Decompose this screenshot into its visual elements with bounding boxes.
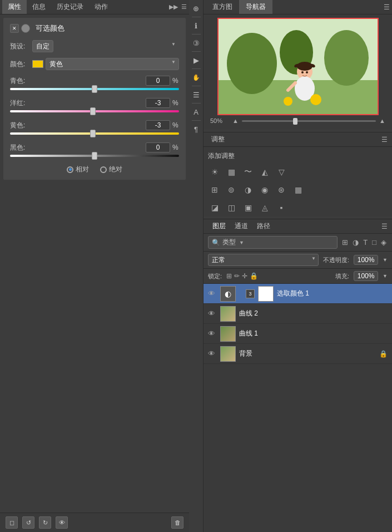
layer-smart-filter[interactable]: ◈	[380, 237, 388, 248]
adj-invert-icon[interactable]: ◬	[258, 201, 271, 214]
undo-btn[interactable]: ↺	[22, 516, 34, 529]
preset-select[interactable]: 自定	[32, 40, 53, 52]
magenta-track[interactable]	[10, 110, 179, 112]
blend-mode-select[interactable]: 正常	[208, 254, 319, 266]
sep7	[192, 120, 201, 121]
adj-menu-icon[interactable]: ☰	[381, 136, 388, 144]
eye-icon-3[interactable]: 👁	[208, 329, 217, 338]
tab-info[interactable]: 信息	[27, 0, 51, 14]
mask-btn[interactable]: ◻	[6, 516, 18, 529]
tool-info[interactable]: ℹ	[190, 19, 202, 32]
tool-play[interactable]: ▶	[190, 54, 202, 66]
adj-gradient-icon[interactable]: ▦	[291, 183, 305, 196]
search-arrow[interactable]: ▼	[239, 240, 244, 245]
black-track[interactable]	[10, 155, 179, 157]
adj-channelmix-icon[interactable]: ⊛	[275, 183, 288, 196]
color-select[interactable]: 黄色	[46, 58, 179, 70]
adj-curves-icon[interactable]: 〜	[241, 165, 255, 179]
zoom-out-icon[interactable]: ▲	[232, 117, 239, 124]
tool-list[interactable]: ☰	[190, 88, 202, 101]
layer-row-1[interactable]: 👁 ◐ 3 选取颜色 1	[204, 284, 392, 304]
lock-icons: ⊞ ✏ ✛ 🔒	[226, 272, 258, 280]
tab-channels[interactable]: 通道	[230, 219, 252, 233]
opacity-input[interactable]	[354, 255, 378, 265]
tab-histogram[interactable]: 直方图	[206, 0, 239, 14]
black-thumb[interactable]	[92, 152, 97, 160]
menu-icon[interactable]: ☰	[181, 3, 187, 11]
radio-relative[interactable]: 相对	[67, 165, 89, 174]
adj-photofilter-icon[interactable]: ◉	[258, 183, 271, 196]
lock-artboard-icon[interactable]: ✛	[242, 272, 247, 280]
zoom-thumb[interactable]	[293, 118, 297, 125]
adj-hsl-icon[interactable]: ⊞	[208, 183, 221, 196]
tab-properties[interactable]: 属性	[2, 0, 27, 14]
sep3	[192, 51, 201, 52]
layer-row-2[interactable]: 👁 曲线 2	[204, 304, 392, 324]
layer-lock-4: 🔒	[379, 350, 388, 358]
layer-row-3[interactable]: 👁 曲线 1	[204, 324, 392, 344]
navigator-area: 50% ▲ ▲	[204, 14, 392, 130]
lock-row: 锁定: ⊞ ✏ ✛ 🔒 填充: ▼	[204, 269, 392, 284]
fill-arrow[interactable]: ▼	[383, 273, 388, 279]
adj-selective-icon[interactable]: ◪	[208, 201, 221, 214]
adj-posterize-icon[interactable]: ▣	[241, 201, 255, 214]
zoom-track[interactable]	[242, 120, 376, 122]
fill-input[interactable]	[354, 271, 378, 281]
nav-menu-icon[interactable]: ☰	[384, 3, 390, 11]
layer-shape-filter[interactable]: □	[371, 237, 378, 248]
tab-layers[interactable]: 图层	[208, 219, 230, 233]
adj-levels-icon[interactable]: ▦	[225, 165, 238, 179]
adj-colorbal-icon[interactable]: ⊚	[225, 183, 238, 196]
tab-navigator[interactable]: 导航器	[239, 0, 272, 14]
eye-icon-4[interactable]: 👁	[208, 349, 217, 358]
black-value[interactable]	[146, 142, 170, 152]
svg-point-13	[301, 71, 304, 73]
layer-text-filter[interactable]: T	[362, 237, 369, 248]
magenta-value[interactable]	[146, 98, 170, 108]
yellow-value[interactable]	[146, 120, 170, 130]
cyan-thumb[interactable]	[92, 85, 97, 93]
yellow-track[interactable]	[10, 132, 179, 135]
blend-mode-select-wrap[interactable]: 正常	[208, 254, 319, 266]
adj-tab-bar: 调整 ☰	[204, 132, 392, 147]
adjustments-panel: 调整 ☰ 添加调整 ☀ ▦ 〜 ◭ ▽ ⊞ ⊚ ◑ ◉ ⊛ ▦ ◪ ◫ ▣ ◬ …	[204, 132, 392, 216]
tool-hand[interactable]: ✋	[190, 71, 202, 83]
zoom-in-icon[interactable]: ▲	[379, 117, 385, 124]
adj-bw-icon[interactable]: ◑	[241, 183, 255, 196]
opacity-arrow[interactable]: ▼	[383, 257, 388, 263]
yellow-thumb[interactable]	[90, 130, 96, 137]
trash-btn[interactable]: 🗑	[171, 516, 183, 529]
tool-para[interactable]: ¶	[190, 123, 202, 135]
adj-exposure-icon[interactable]: ◭	[258, 165, 271, 179]
cyan-track[interactable]	[10, 88, 179, 90]
preset-select-wrapper[interactable]: 自定	[32, 40, 179, 52]
adj-vibrance-icon[interactable]: ▽	[275, 165, 288, 179]
adj-tab-label[interactable]: 调整	[208, 132, 228, 146]
cyan-value[interactable]	[146, 76, 170, 86]
adj-threshold2-icon[interactable]: ◫	[225, 201, 238, 214]
eye-btn[interactable]: 👁	[56, 516, 68, 529]
magenta-thumb[interactable]	[90, 107, 96, 115]
adj-brightness-icon[interactable]: ☀	[208, 165, 221, 179]
redo-btn[interactable]: ↻	[39, 516, 51, 529]
lock-all-icon[interactable]: 🔒	[250, 272, 258, 280]
layer-type-filter[interactable]: ⊞	[341, 237, 349, 248]
tool-3d[interactable]: ③	[190, 37, 202, 49]
tab-paths[interactable]: 路径	[252, 219, 275, 233]
tool-navigate[interactable]: ⊕	[190, 2, 202, 14]
panel-icon-dark: ✕	[10, 24, 19, 33]
eye-icon-2[interactable]: 👁	[208, 309, 217, 318]
layers-menu-icon[interactable]: ☰	[381, 223, 388, 230]
layer-mask-filter[interactable]: ◑	[351, 237, 360, 248]
lock-pixels-icon[interactable]: ⊞	[226, 272, 232, 280]
tab-history[interactable]: 历史记录	[51, 0, 89, 14]
tab-actions[interactable]: 动作	[89, 0, 113, 14]
lock-position-icon[interactable]: ✏	[234, 272, 240, 280]
adj-extra-icon[interactable]: ▪	[275, 201, 288, 214]
eye-icon-1[interactable]: 👁	[208, 289, 217, 298]
tool-text[interactable]: A	[190, 106, 202, 118]
layer-row-4[interactable]: 👁 背景 🔒	[204, 344, 392, 364]
color-row: 颜色: 黄色	[10, 58, 179, 70]
color-select-wrapper[interactable]: 黄色	[32, 58, 179, 70]
radio-absolute[interactable]: 绝对	[100, 165, 122, 174]
